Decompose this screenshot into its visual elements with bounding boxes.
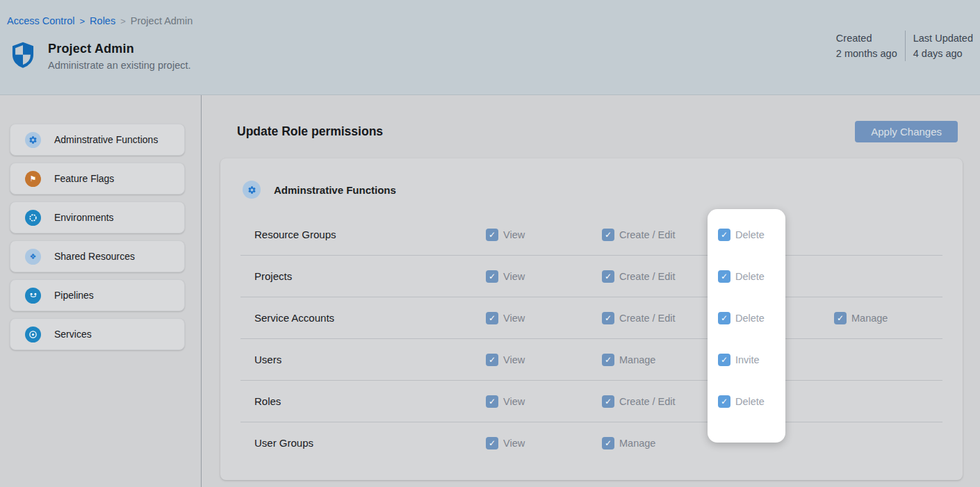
page: Access Control>Roles>Project Admin Proje… bbox=[0, 0, 980, 487]
row-label: Resource Groups bbox=[254, 229, 486, 240]
permission-checkbox[interactable] bbox=[718, 312, 730, 324]
permission-checkbox[interactable] bbox=[486, 437, 498, 449]
permission-checkbox[interactable] bbox=[834, 312, 847, 324]
table-row: ProjectsViewCreate / EditDelete bbox=[220, 256, 963, 297]
permission-checkbox[interactable] bbox=[486, 312, 498, 324]
permission-cell-create-edit: Create / Edit bbox=[602, 270, 718, 283]
permission-cell-delete: Delete bbox=[718, 395, 834, 408]
spotlight-overlay bbox=[708, 209, 785, 443]
sidebar-item-label: Adminstrative Functions bbox=[54, 134, 158, 145]
permission-checkbox[interactable] bbox=[602, 354, 614, 366]
sidebar-item-environments[interactable]: Environments bbox=[10, 201, 185, 233]
breadcrumb-separator: > bbox=[120, 16, 126, 26]
permission-checkbox[interactable] bbox=[602, 437, 614, 449]
permission-checkbox[interactable] bbox=[718, 270, 730, 283]
permission-label: View bbox=[503, 313, 525, 324]
permission-checkbox[interactable] bbox=[602, 312, 614, 324]
updated-label: Last Updated bbox=[913, 31, 973, 46]
permission-cell-manage: Manage bbox=[834, 312, 950, 324]
table-row: RolesViewCreate / EditDelete bbox=[220, 381, 963, 422]
permission-label: Create / Edit bbox=[619, 313, 676, 324]
updated-meta: Last Updated 4 days ago bbox=[913, 31, 973, 61]
permission-checkbox[interactable] bbox=[718, 354, 730, 366]
permission-label: Delete bbox=[735, 396, 765, 407]
permission-checkbox[interactable] bbox=[718, 395, 730, 408]
breadcrumb-access-control[interactable]: Access Control bbox=[7, 15, 75, 26]
permission-cell-delete: Delete bbox=[718, 270, 834, 283]
permission-checkbox[interactable] bbox=[486, 354, 498, 366]
meta-divider bbox=[905, 31, 906, 61]
permission-label: Create / Edit bbox=[619, 229, 676, 240]
permission-label: Manage bbox=[619, 354, 655, 365]
sidebar-item-label: Environments bbox=[54, 212, 114, 223]
permission-label: Create / Edit bbox=[619, 396, 676, 407]
apply-changes-button[interactable]: Apply Changes bbox=[855, 121, 958, 142]
permission-label: Invite bbox=[735, 354, 760, 365]
permissions-card: Adminstrative Functions Resource GroupsV… bbox=[220, 158, 963, 480]
section-title: Update Role permissions bbox=[237, 124, 383, 139]
sidebar-item-adminstrative-functions[interactable]: Adminstrative Functions bbox=[10, 124, 185, 156]
diamond-icon: ❖ bbox=[25, 249, 41, 265]
permission-cell-view: View bbox=[486, 229, 602, 241]
permission-cell-view: View bbox=[486, 312, 602, 324]
gear-icon bbox=[25, 132, 41, 148]
gear-icon bbox=[243, 181, 261, 199]
permission-label: View bbox=[503, 438, 525, 449]
page-title: Project Admin bbox=[48, 42, 191, 56]
sidebar-item-services[interactable]: Services bbox=[10, 318, 185, 350]
permission-label: Delete bbox=[735, 271, 765, 282]
permission-checkbox[interactable] bbox=[486, 395, 498, 408]
permission-label: View bbox=[503, 354, 525, 365]
permission-label: Delete bbox=[735, 313, 765, 324]
created-meta: Created 2 months ago bbox=[836, 31, 897, 61]
card-header: Adminstrative Functions bbox=[220, 158, 963, 199]
permission-cell-view: View bbox=[486, 270, 602, 283]
row-label: User Groups bbox=[254, 437, 486, 449]
permission-label: Manage bbox=[851, 313, 888, 324]
sidebar-item-label: Pipelines bbox=[54, 290, 94, 301]
page-subtitle: Administrate an existing project. bbox=[48, 60, 191, 71]
permission-cell-invite: Invite bbox=[718, 354, 834, 366]
permission-label: View bbox=[503, 229, 525, 240]
permission-checkbox[interactable] bbox=[486, 229, 498, 241]
sidebar-item-label: Shared Resources bbox=[54, 251, 135, 262]
permission-checkbox[interactable] bbox=[602, 395, 614, 408]
permission-label: View bbox=[503, 396, 525, 407]
sidebar-item-feature-flags[interactable]: ⚑Feature Flags bbox=[10, 163, 185, 195]
created-label: Created bbox=[836, 31, 897, 46]
breadcrumb: Access Control>Roles>Project Admin bbox=[0, 0, 980, 26]
permission-checkbox[interactable] bbox=[602, 270, 614, 283]
header-meta: Created 2 months ago Last Updated 4 days… bbox=[836, 31, 973, 61]
sidebar-item-shared-resources[interactable]: ❖Shared Resources bbox=[10, 240, 185, 272]
page-header: Access Control>Roles>Project Admin Proje… bbox=[0, 0, 980, 95]
row-label: Users bbox=[254, 354, 486, 365]
sidebar-item-pipelines[interactable]: Pipelines bbox=[10, 279, 185, 311]
breadcrumb-separator: > bbox=[80, 16, 85, 26]
permission-cell-create-edit: Create / Edit bbox=[602, 395, 718, 408]
permission-cell-manage: Manage bbox=[602, 437, 718, 449]
table-row: Service AccountsViewCreate / EditDeleteM… bbox=[220, 297, 963, 338]
permission-cell-view: View bbox=[486, 354, 602, 366]
breadcrumb-project-admin: Project Admin bbox=[131, 15, 193, 26]
updated-value: 4 days ago bbox=[913, 46, 973, 61]
permission-checkbox[interactable] bbox=[486, 270, 498, 283]
permission-label: Manage bbox=[619, 438, 655, 449]
permission-checkbox[interactable] bbox=[718, 229, 730, 241]
sidebar-item-label: Services bbox=[54, 329, 92, 340]
created-value: 2 months ago bbox=[836, 46, 897, 61]
card-title: Adminstrative Functions bbox=[274, 184, 396, 196]
table-row: UsersViewManageInvite bbox=[220, 339, 963, 380]
role-title-row: Project Admin Administrate an existing p… bbox=[10, 42, 980, 71]
flag-icon: ⚑ bbox=[25, 171, 41, 187]
sidebar: Adminstrative Functions⚑Feature FlagsEnv… bbox=[0, 95, 202, 487]
permission-cell-delete: Delete bbox=[718, 229, 834, 241]
permission-checkbox[interactable] bbox=[602, 229, 614, 241]
shield-icon bbox=[10, 42, 36, 68]
breadcrumb-roles[interactable]: Roles bbox=[90, 15, 115, 26]
permission-cell-view: View bbox=[486, 395, 602, 408]
sidebar-item-label: Feature Flags bbox=[54, 173, 114, 184]
row-label: Service Accounts bbox=[254, 312, 486, 324]
permission-cell-view: View bbox=[486, 437, 602, 449]
permission-cell-manage: Manage bbox=[602, 354, 718, 366]
permission-label: Delete bbox=[735, 229, 765, 240]
